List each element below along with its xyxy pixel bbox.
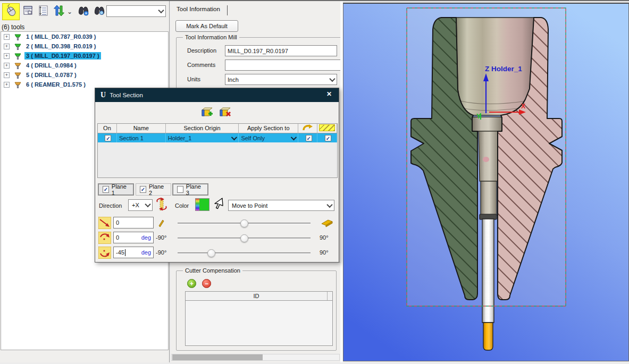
checkbox-checked[interactable]: ✓ bbox=[140, 186, 146, 193]
add-section-button[interactable] bbox=[200, 106, 215, 120]
description-value: MILL_D0.197_R0.0197 bbox=[228, 48, 288, 54]
section-hatch-checkbox[interactable]: ✓ bbox=[317, 133, 337, 142]
chevron-down-icon bbox=[326, 201, 332, 207]
expand-icon[interactable]: + bbox=[4, 63, 10, 69]
slider-thumb[interactable] bbox=[240, 234, 248, 242]
move-mode-value: Move to Point bbox=[232, 202, 267, 209]
rotate-x-slider[interactable] bbox=[178, 252, 311, 254]
sections-table-header: On Name Section Origin Apply Section to bbox=[98, 124, 337, 133]
find-next-tool-button[interactable] bbox=[94, 5, 105, 17]
tool-grid-view-button[interactable] bbox=[23, 6, 33, 16]
col-section-arrow bbox=[298, 124, 317, 133]
slider-thumb[interactable] bbox=[207, 249, 215, 257]
section-color-swatch[interactable] bbox=[195, 198, 209, 211]
tree-item-mill-2[interactable]: + 2 ( MILL_D0.398_R0.019 ) bbox=[1, 41, 168, 51]
close-icon[interactable]: ✕ bbox=[325, 90, 333, 99]
app-logo: U bbox=[100, 91, 106, 99]
chevron-down-icon bbox=[145, 201, 150, 207]
comments-field[interactable] bbox=[225, 60, 340, 71]
tree-item-label: 6 ( REAMER_D1.575 ) bbox=[24, 81, 87, 88]
section-row[interactable]: ✓ Section 1 Holder_1 Self Only ✓ ✓ bbox=[98, 133, 337, 142]
section-origin-marker bbox=[483, 157, 489, 162]
remove-compensation-button[interactable]: − bbox=[202, 279, 211, 288]
mouse-icon bbox=[4, 4, 18, 19]
tool-filter-combobox[interactable] bbox=[106, 5, 166, 17]
units-select[interactable]: Inch bbox=[225, 74, 337, 85]
expand-icon[interactable]: + bbox=[4, 53, 10, 59]
expand-icon[interactable]: + bbox=[4, 72, 10, 78]
rotate-y-value-field[interactable]: 0 deg bbox=[113, 232, 154, 243]
chevron-down-icon bbox=[231, 134, 237, 140]
min-angle-label: -90° bbox=[156, 234, 166, 241]
find-tool-button[interactable] bbox=[78, 5, 89, 17]
text-caret bbox=[125, 249, 125, 256]
plane-3-label: Plane 3 bbox=[186, 183, 204, 196]
min-angle-label: -90° bbox=[156, 249, 166, 256]
x-axis-label: X bbox=[521, 103, 526, 110]
direction-select[interactable]: +X bbox=[128, 199, 153, 211]
translate-plane-icon bbox=[98, 217, 111, 229]
tree-item-label: 4 ( DRILL_0.0984 ) bbox=[24, 62, 78, 69]
checkbox-checked[interactable]: ✓ bbox=[103, 186, 109, 193]
tab-tool-information[interactable]: Tool Information bbox=[175, 5, 223, 14]
sort-arrows-icon bbox=[53, 5, 64, 18]
checkbox-checked[interactable]: ✓ bbox=[105, 135, 111, 141]
expand-icon[interactable]: + bbox=[4, 34, 10, 40]
z-axis-label: Z Holder_1 bbox=[485, 65, 522, 73]
mark-as-default-button[interactable]: Mark As Default bbox=[175, 20, 238, 32]
section-arrow-checkbox[interactable]: ✓ bbox=[298, 133, 317, 142]
checkbox-unchecked[interactable] bbox=[177, 186, 183, 193]
unit-label: deg bbox=[141, 249, 151, 256]
hatch-icon bbox=[319, 124, 335, 131]
checkbox-checked[interactable]: ✓ bbox=[306, 135, 312, 141]
delete-section-button[interactable] bbox=[218, 106, 233, 120]
rainbow-strip bbox=[196, 199, 199, 210]
mill-tool-icon bbox=[14, 33, 22, 41]
3d-viewport[interactable]: Z Holder_1 X Y bbox=[343, 3, 629, 361]
plane-2-toggle[interactable]: ✓ Plane 2 bbox=[136, 183, 171, 196]
section-origin-select[interactable]: Holder_1 bbox=[166, 133, 239, 142]
plane-1-toggle[interactable]: ✓ Plane 1 bbox=[98, 183, 134, 196]
rotate-x-value: -45 bbox=[116, 249, 124, 256]
col-apply-section-to: Apply Section to bbox=[239, 124, 298, 133]
toolbar-more-button[interactable]: ⌄ bbox=[66, 7, 73, 16]
rotate-x-row: -45 deg -90° 90° bbox=[95, 247, 340, 259]
checkbox-checked[interactable]: ✓ bbox=[325, 135, 331, 141]
color-label: Color bbox=[175, 202, 189, 209]
binoculars-add-icon bbox=[94, 5, 105, 17]
rotate-x-value-field[interactable]: -45 deg bbox=[113, 247, 154, 258]
apply-section-select[interactable]: Self Only bbox=[239, 133, 298, 142]
direction-value: +X bbox=[132, 202, 139, 208]
tree-item-drill-5[interactable]: + 5 ( DRILL_0.0787 ) bbox=[1, 70, 168, 80]
translate-value-field[interactable]: 0 bbox=[113, 217, 154, 228]
tree-item-mill-1[interactable]: + 1 ( MILL_D0.787_R0.039 ) bbox=[1, 32, 168, 41]
slider-thumb[interactable] bbox=[240, 219, 248, 227]
add-compensation-button[interactable]: + bbox=[187, 279, 196, 288]
tree-item-mill-3-selected[interactable]: + 3 ( MILL_D0.197_R0.0197 ) bbox=[1, 51, 168, 61]
list-settings-button[interactable] bbox=[38, 5, 49, 17]
dialog-titlebar[interactable]: U Tool Section ✕ bbox=[95, 88, 339, 102]
tool-section-dialog: U Tool Section ✕ On Name Section Origin … bbox=[95, 88, 339, 263]
description-field[interactable]: MILL_D0.197_R0.0197 bbox=[225, 45, 337, 56]
flip-plane-icon[interactable] bbox=[155, 197, 168, 213]
compensation-table: ID bbox=[185, 291, 333, 346]
plane-3-toggle[interactable]: Plane 3 bbox=[172, 183, 208, 196]
drill-tool-icon bbox=[14, 71, 22, 79]
scrollbar-thumb[interactable] bbox=[172, 354, 263, 360]
cursor-pick-icon[interactable] bbox=[213, 197, 225, 211]
translate-slider[interactable] bbox=[178, 223, 311, 224]
expand-icon[interactable]: + bbox=[4, 82, 10, 88]
mill-tool-icon bbox=[14, 43, 22, 50]
direction-label: Direction bbox=[99, 202, 122, 209]
sections-table: On Name Section Origin Apply Section to … bbox=[97, 123, 338, 178]
section-on-checkbox[interactable]: ✓ bbox=[98, 133, 117, 142]
col-on: On bbox=[98, 124, 117, 133]
move-mode-select[interactable]: Move to Point bbox=[228, 200, 334, 211]
sort-tools-button[interactable] bbox=[52, 5, 64, 17]
tree-item-drill-4[interactable]: + 4 ( DRILL_0.0984 ) bbox=[1, 61, 168, 70]
section-name-cell[interactable]: Section 1 bbox=[117, 133, 166, 142]
expand-icon[interactable]: + bbox=[4, 44, 10, 49]
rotate-y-slider[interactable] bbox=[178, 238, 311, 239]
mouse-mode-button[interactable] bbox=[2, 3, 20, 20]
horizontal-scrollbar[interactable] bbox=[171, 354, 340, 361]
